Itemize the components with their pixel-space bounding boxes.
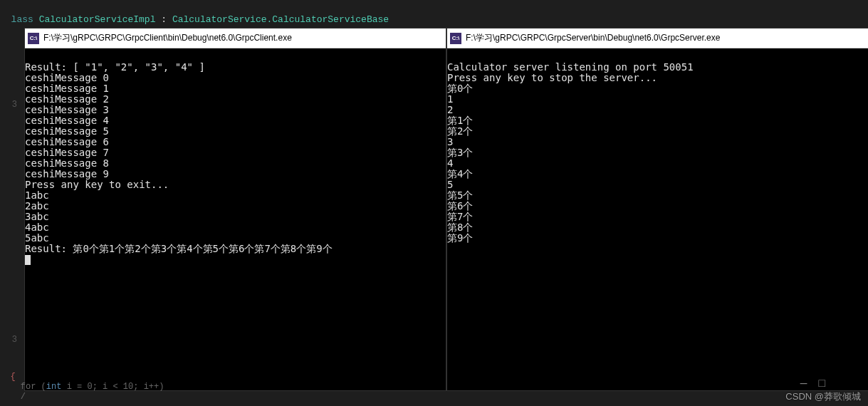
client-titlebar[interactable]: C:\ F:\学习\gRPC\GRPC\GrpcClient\bin\Debug…: [25, 28, 446, 48]
console-line: ceshiMessage 8: [25, 157, 109, 169]
gutter-line-number: 3: [0, 100, 20, 110]
minimize-icon[interactable]: —: [800, 378, 807, 390]
cmd-icon: C:\: [450, 33, 461, 44]
console-line: Press any key to stop the server...: [447, 72, 657, 83]
console-line: 第5个: [447, 189, 473, 201]
code-class-name: CalculatorServiceImpl: [39, 14, 156, 25]
console-line: 4abc: [25, 222, 49, 233]
client-console-output[interactable]: Result: [ "1", "2", "3", "4" ] ceshiMess…: [25, 48, 446, 390]
console-line: ceshiMessage 1: [25, 83, 109, 94]
console-line: 2: [447, 104, 453, 115]
server-console-output[interactable]: Calculator server listening on port 5005…: [447, 48, 868, 390]
console-line: 第1个: [447, 115, 473, 126]
server-console-window[interactable]: C:\ F:\学习\gRPC\GRPC\GrpcServer\bin\Debug…: [447, 28, 868, 390]
console-line: 第9个: [447, 232, 473, 244]
console-line: ceshiMessage 9: [25, 168, 109, 179]
cmd-icon: C:\: [28, 33, 39, 44]
console-windows-container: C:\ F:\学习\gRPC\GRPC\GrpcClient\bin\Debug…: [25, 28, 868, 390]
server-titlebar[interactable]: C:\ F:\学习\gRPC\GRPC\GrpcServer\bin\Debug…: [447, 28, 868, 48]
console-line: 第3个: [447, 147, 473, 158]
console-line: 第2个: [447, 125, 473, 137]
gutter-line-number: 3: [0, 335, 20, 345]
console-line: Result: [ "1", "2", "3", "4" ]: [25, 61, 205, 73]
code-separator: :: [155, 14, 172, 25]
console-line: 4: [447, 157, 453, 169]
console-line: 1abc: [25, 189, 49, 201]
client-title-text: F:\学习\gRPC\GRPC\GrpcClient\bin\Debug\net…: [43, 32, 292, 44]
console-line: Calculator server listening on port 5005…: [447, 61, 694, 73]
console-line: ceshiMessage 4: [25, 115, 109, 126]
editor-line-gutter: 3 3: [0, 14, 20, 345]
restore-icon[interactable]: □: [818, 378, 825, 390]
editor-code-behind: { for (int i = 0; i < 10; i++) /: [0, 362, 164, 402]
console-line: 第8个: [447, 222, 473, 233]
client-console-window[interactable]: C:\ F:\学习\gRPC\GRPC\GrpcClient\bin\Debug…: [25, 28, 446, 390]
server-title-text: F:\学习\gRPC\GRPC\GrpcServer\bin\Debug\net…: [466, 32, 720, 44]
console-line: 3abc: [25, 211, 49, 222]
console-line: Result: 第0个第1个第2个第3个第4个第5个第6个第7个第8个第9个: [25, 243, 333, 254]
window-controls: — □: [800, 378, 825, 390]
console-line: ceshiMessage 5: [25, 125, 109, 137]
console-line: ceshiMessage 7: [25, 147, 109, 158]
cursor-icon: [25, 255, 31, 265]
console-line: 第0个: [447, 83, 473, 94]
console-line: 第4个: [447, 168, 473, 179]
console-line: ceshiMessage 3: [25, 104, 109, 115]
console-line: 5: [447, 179, 453, 190]
csdn-watermark: CSDN @莽歌倾城: [785, 390, 861, 403]
code-base-class: CalculatorService.CalculatorServiceBase: [172, 14, 389, 25]
code-brace: {: [10, 372, 15, 382]
console-line: 3: [447, 136, 453, 147]
console-line: 第7个: [447, 211, 473, 222]
console-line: 第6个: [447, 200, 473, 212]
console-line: ceshiMessage 0: [25, 72, 109, 83]
console-line: 5abc: [25, 232, 49, 244]
console-line: ceshiMessage 6: [25, 136, 109, 147]
console-line: ceshiMessage 2: [25, 93, 109, 105]
console-line: Press any key to exit...: [25, 179, 169, 190]
console-line: 1: [447, 93, 453, 105]
console-line: 2abc: [25, 200, 49, 212]
